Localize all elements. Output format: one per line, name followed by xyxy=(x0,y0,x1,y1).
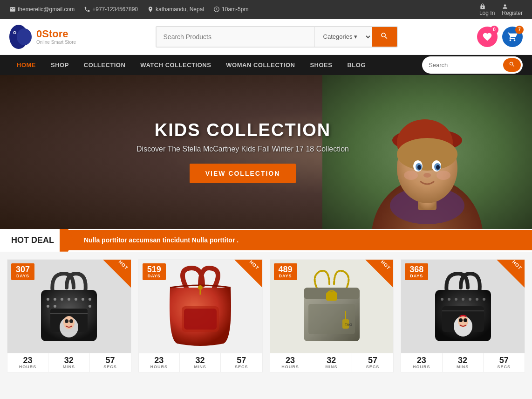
svg-point-40 xyxy=(198,285,203,290)
hot-badge-1 xyxy=(103,260,131,288)
timer-secs-4: 57 SECS xyxy=(484,353,525,372)
timer-secs-1: 57 SECS xyxy=(90,353,131,372)
nav-link-shoes[interactable]: SHOES xyxy=(302,55,340,75)
svg-point-52 xyxy=(448,298,450,301)
hero-banner: KIDS COLLECTION Discover The Stella McCa… xyxy=(0,75,532,229)
hot-deal-header: HOT DEAL Nulla porttitor accumsan tincid… xyxy=(0,229,532,252)
hot-badge-4 xyxy=(497,260,525,288)
svg-point-29 xyxy=(47,305,49,308)
countdown-box-2: 519 DAYS xyxy=(143,263,166,280)
timer-mins-1: 32 MINS xyxy=(48,353,89,372)
product-card-3: HOT 489 DAYS xyxy=(270,259,394,372)
days-label-3: DAYS xyxy=(278,274,293,278)
nav-link-shop[interactable]: SHOP xyxy=(43,55,76,75)
nav-item-shoes: SHOES xyxy=(302,55,340,75)
svg-point-19 xyxy=(404,171,418,180)
hot-badge-2 xyxy=(234,260,262,288)
timer-mins-4: 32 MINS xyxy=(443,353,484,372)
phone-info: +977-1234567890 xyxy=(84,6,138,13)
login-link[interactable]: Log In xyxy=(479,3,495,16)
nav-link-blog[interactable]: BLOG xyxy=(340,55,373,75)
hot-deal-title: HOT DEAL xyxy=(0,229,65,252)
svg-point-63 xyxy=(464,318,467,322)
svg-point-30 xyxy=(54,305,56,308)
svg-point-1 xyxy=(17,28,32,45)
hero-subtitle: Discover The Stella McCartney Kids Fall … xyxy=(136,145,349,153)
wishlist-badge: 0 xyxy=(490,26,498,34)
nav-item-shop: SHOP xyxy=(43,55,76,75)
cart-badge: 7 xyxy=(515,26,524,34)
hot-deal-section: HOT DEAL Nulla porttitor accumsan tincid… xyxy=(0,229,532,379)
countdown-box-3: 489 DAYS xyxy=(274,263,297,280)
hero-cta-button[interactable]: VIEW COLLECTION xyxy=(190,164,296,183)
days-label-4: DAYS xyxy=(409,274,424,278)
days-label-2: DAYS xyxy=(146,274,162,278)
timer-secs-2: 57 SECS xyxy=(221,353,262,372)
wishlist-button[interactable]: 0 xyxy=(477,27,498,47)
nav-link-woman-collection[interactable]: WOMAN COLLECTION xyxy=(218,55,302,75)
register-link[interactable]: Register xyxy=(502,3,523,16)
svg-point-36 xyxy=(65,319,68,323)
days-count-2: 519 xyxy=(146,265,162,274)
nav-item-watch-collections: WATCH COLLECTIONS xyxy=(133,55,218,75)
top-bar-right: Log In Register xyxy=(479,3,523,16)
days-count-4: 368 xyxy=(409,265,424,274)
svg-point-37 xyxy=(69,319,73,323)
svg-rect-46 xyxy=(308,304,355,334)
nav-item-collection: COLLECTION xyxy=(76,55,133,75)
svg-point-18 xyxy=(423,173,431,178)
svg-text:O: O xyxy=(13,30,16,35)
days-count-1: 307 xyxy=(15,265,31,274)
svg-point-28 xyxy=(89,298,91,301)
product-card-1: HOT 307 DAYS xyxy=(7,259,131,372)
hero-content: KIDS COLLECTION Discover The Stella McCa… xyxy=(136,120,349,183)
timer-row-1-hours: 23 HOURS 32 MINS 57 SECS xyxy=(7,353,131,372)
product-grid: HOT 307 DAYS xyxy=(0,252,532,379)
svg-point-51 xyxy=(441,298,443,301)
search-bar: Categories ▾ Bags Shoes Watches xyxy=(156,26,398,48)
nav-item-home: HOME xyxy=(9,55,43,75)
logo[interactable]: O 0Store Online Smart Store xyxy=(9,25,76,49)
product-card-2: HOT 519 DAYS xyxy=(138,259,263,372)
cart-button[interactable]: 7 xyxy=(502,27,523,47)
svg-rect-39 xyxy=(184,309,217,330)
nav-link-watch-collections[interactable]: WATCH COLLECTIONS xyxy=(133,55,218,75)
nav-links: HOME SHOP COLLECTION WATCH COLLECTIONS W… xyxy=(9,55,422,75)
categories-dropdown[interactable]: Categories ▾ Bags Shoes Watches xyxy=(314,27,372,47)
timer-secs-3: 57 SECS xyxy=(352,353,393,372)
svg-point-23 xyxy=(54,298,56,301)
days-count-3: 489 xyxy=(278,265,293,274)
svg-point-17 xyxy=(436,165,440,170)
timer-hours-1: 23 HOURS xyxy=(7,353,48,372)
product-card-4: HOT 368 DAYS xyxy=(401,259,525,372)
svg-point-62 xyxy=(459,318,463,322)
svg-point-31 xyxy=(89,305,91,308)
header: O 0Store Online Smart Store Categories ▾… xyxy=(0,19,532,55)
svg-point-26 xyxy=(75,298,77,301)
navbar: HOME SHOP COLLECTION WATCH COLLECTIONS W… xyxy=(0,55,532,75)
nav-search xyxy=(422,56,523,74)
nav-search-input[interactable] xyxy=(429,62,503,69)
svg-point-27 xyxy=(82,298,84,301)
hot-deal-description: Nulla porttitor accumsan tincidunt Nulla… xyxy=(65,230,532,250)
nav-search-button[interactable] xyxy=(503,58,521,72)
search-button[interactable] xyxy=(372,27,397,47)
countdown-box-1: 307 DAYS xyxy=(11,263,34,280)
timer-row-3-hours: 23 HOURS 32 MINS 57 SECS xyxy=(270,353,394,372)
svg-point-57 xyxy=(483,298,485,301)
nav-link-home[interactable]: HOME xyxy=(9,55,43,75)
header-icons: 0 7 xyxy=(477,27,523,47)
nav-link-collection[interactable]: COLLECTION xyxy=(76,55,133,75)
hero-image xyxy=(322,75,532,229)
timer-hours-2: 23 HOURS xyxy=(139,353,180,372)
email-info: themerelic@gmail.com xyxy=(9,6,75,13)
search-input[interactable] xyxy=(157,27,314,47)
timer-hours-4: 23 HOURS xyxy=(401,353,442,372)
top-bar: themerelic@gmail.com +977-1234567890 kat… xyxy=(0,0,532,19)
svg-point-56 xyxy=(476,298,478,301)
timer-row-2-hours: 23 HOURS 32 MINS 57 SECS xyxy=(139,353,262,372)
svg-point-20 xyxy=(437,171,450,180)
nav-item-woman-collection: WOMAN COLLECTION xyxy=(218,55,302,75)
days-label-1: DAYS xyxy=(15,274,31,278)
svg-point-11 xyxy=(397,138,457,171)
